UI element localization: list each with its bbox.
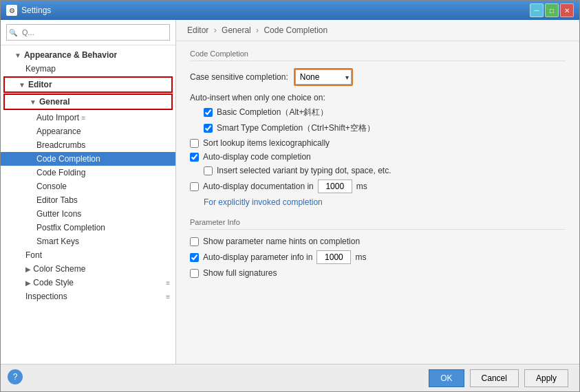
smart-type-completion-checkbox[interactable]: [204, 124, 213, 133]
sidebar-item-smart-keys[interactable]: Smart Keys: [1, 235, 175, 248]
show-param-hints-checkbox[interactable]: [190, 237, 199, 246]
basic-completion-row: Basic Completion（Alt+斜杠）: [204, 107, 566, 118]
search-box-container: [1, 20, 175, 45]
sidebar-item-color-scheme[interactable]: ▶ Color Scheme: [1, 262, 175, 276]
sidebar-label: Console: [36, 182, 67, 191]
sidebar-item-code-completion[interactable]: Code Completion: [1, 152, 175, 166]
auto-display-param-row: Auto-display parameter info in ms: [190, 250, 566, 264]
indicator-icon: ≡: [166, 279, 170, 287]
sidebar-item-appearance[interactable]: Appearance: [1, 124, 175, 138]
sidebar-label: Inspections: [25, 292, 67, 301]
case-sensitive-row: Case sensitive completion: None First le…: [190, 68, 566, 86]
case-sensitive-label: Case sensitive completion:: [190, 72, 288, 82]
expand-arrow: ▼: [14, 52, 21, 59]
sidebar-label: Keymap: [25, 64, 56, 74]
left-panel: ▼ Appearance & Behavior Keymap ▼ Editor: [1, 20, 176, 364]
sidebar-item-editor[interactable]: ▼ Editor: [5, 78, 171, 91]
insert-selected-checkbox[interactable]: [204, 166, 213, 175]
sidebar-item-postfix-completion[interactable]: Postfix Completion: [1, 221, 175, 235]
auto-display-param-unit: ms: [355, 252, 366, 262]
param-info-section-title: Parameter Info: [190, 218, 566, 230]
breadcrumb-code-completion: Code Completion: [264, 25, 327, 35]
sidebar-label: Font: [25, 250, 42, 260]
expand-arrow: ▼: [19, 81, 25, 89]
sidebar-label: Code Completion: [36, 154, 100, 164]
main-content-area: ▼ Appearance & Behavior Keymap ▼ Editor: [1, 20, 579, 364]
title-bar-left: ⚙ Settings: [6, 5, 51, 16]
sidebar-item-gutter-icons[interactable]: Gutter Icons: [1, 207, 175, 221]
close-button[interactable]: ✕: [560, 3, 574, 17]
sort-lookup-label: Sort lookup items lexicographically: [203, 138, 330, 148]
title-buttons: ─ □ ✕: [530, 3, 574, 17]
help-button[interactable]: ?: [8, 369, 23, 384]
breadcrumb: Editor › General › Code Completion: [176, 20, 579, 41]
auto-display-doc-label: Auto-display documentation in: [203, 182, 314, 191]
maximize-button[interactable]: □: [545, 3, 559, 17]
sort-lookup-checkbox[interactable]: [190, 139, 199, 148]
search-wrap: [6, 24, 170, 41]
sidebar-label: Smart Keys: [36, 237, 79, 246]
settings-window: ⚙ Settings ─ □ ✕ ▼ Appearance & Behavior: [0, 0, 580, 392]
sidebar-item-auto-import[interactable]: Auto Import ≡: [1, 111, 175, 124]
case-sensitive-dropdown[interactable]: None First letter All: [295, 69, 352, 85]
ok-button[interactable]: OK: [429, 369, 464, 387]
sidebar-item-font[interactable]: Font: [1, 248, 175, 262]
indicator-icon: ≡: [81, 114, 85, 122]
explicitly-invoked-row: For explicitly invoked completion: [204, 197, 566, 207]
auto-display-doc-row: Auto-display documentation in ms: [190, 179, 566, 193]
smart-type-completion-label: Smart Type Completion（Ctrl+Shift+空格）: [217, 122, 375, 134]
auto-display-param-checkbox[interactable]: [190, 253, 199, 262]
right-panel: Editor › General › Code Completion Code …: [176, 20, 579, 364]
sidebar-label: Code Folding: [36, 168, 85, 177]
sidebar-item-general[interactable]: ▼ General: [5, 95, 171, 109]
sidebar-item-code-style[interactable]: ▶ Code Style ≡: [1, 276, 175, 290]
sidebar-label: Color Scheme: [33, 264, 85, 274]
title-bar: ⚙ Settings ─ □ ✕: [1, 1, 579, 20]
explicitly-invoked-link[interactable]: For explicitly invoked completion: [204, 197, 323, 207]
breadcrumb-sep1: ›: [214, 25, 219, 35]
sidebar-label: Appearance: [36, 127, 81, 136]
auto-display-doc-checkbox[interactable]: [190, 182, 199, 191]
show-param-hints-label: Show parameter name hints on completion: [203, 237, 360, 246]
expand-arrow: ▼: [30, 98, 36, 106]
apply-button[interactable]: Apply: [524, 369, 568, 387]
section-title-code-completion: Code Completion: [190, 50, 566, 61]
sidebar-label: Editor Tabs: [36, 195, 78, 205]
insert-selected-label: Insert selected variant by typing dot, s…: [217, 166, 391, 175]
cancel-button[interactable]: Cancel: [470, 369, 519, 387]
sidebar-item-console[interactable]: Console: [1, 179, 175, 193]
sidebar-item-appearance-behavior[interactable]: ▼ Appearance & Behavior: [1, 48, 175, 62]
sidebar-label: Appearance & Behavior: [24, 50, 117, 60]
breadcrumb-general: General: [222, 25, 251, 35]
sidebar-label: Gutter Icons: [36, 209, 81, 219]
breadcrumb-sep2: ›: [256, 25, 261, 35]
sidebar-item-code-folding[interactable]: Code Folding: [1, 166, 175, 179]
sidebar-label: Postfix Completion: [36, 223, 105, 232]
auto-display-completion-checkbox[interactable]: [190, 153, 199, 162]
breadcrumb-editor: Editor: [187, 25, 208, 35]
sidebar-label: Breadcrumbs: [36, 140, 85, 150]
sidebar-label: Code Style: [33, 278, 74, 287]
indicator-icon: ≡: [166, 293, 170, 301]
insert-selected-row: Insert selected variant by typing dot, s…: [204, 166, 566, 175]
sidebar-item-breadcrumbs[interactable]: Breadcrumbs: [1, 138, 175, 152]
auto-display-param-label: Auto-display parameter info in: [203, 252, 312, 262]
basic-completion-checkbox[interactable]: [204, 108, 213, 117]
show-full-sigs-checkbox[interactable]: [190, 269, 199, 278]
show-full-sigs-row: Show full signatures: [190, 268, 566, 278]
settings-tree: ▼ Appearance & Behavior Keymap ▼ Editor: [1, 45, 175, 364]
sidebar-label: Editor: [28, 80, 52, 89]
show-param-hints-row: Show parameter name hints on completion: [190, 237, 566, 246]
minimize-button[interactable]: ─: [530, 3, 544, 17]
sidebar-item-editor-tabs[interactable]: Editor Tabs: [1, 193, 175, 207]
sidebar-item-inspections[interactable]: Inspections ≡: [1, 290, 175, 303]
search-input[interactable]: [6, 24, 170, 41]
expand-arrow: ▶: [25, 279, 31, 287]
expand-arrow: ▶: [25, 265, 31, 273]
auto-display-doc-input[interactable]: [318, 179, 352, 193]
sidebar-item-keymap[interactable]: Keymap: [1, 62, 175, 76]
smart-type-completion-row: Smart Type Completion（Ctrl+Shift+空格）: [204, 122, 566, 134]
sort-lookup-row: Sort lookup items lexicographically: [190, 138, 566, 148]
case-sensitive-dropdown-wrap: None First letter All: [294, 68, 353, 86]
auto-display-param-input[interactable]: [316, 250, 351, 264]
